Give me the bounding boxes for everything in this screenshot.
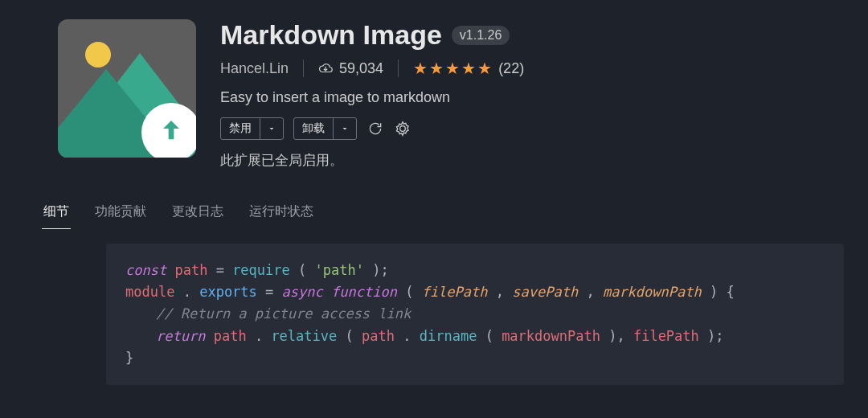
divider	[303, 59, 304, 77]
tab-runtime-status[interactable]: 运行时状态	[248, 199, 315, 229]
disable-button[interactable]: 禁用	[221, 118, 260, 139]
sync-icon	[367, 121, 383, 137]
tab-details[interactable]: 细节	[42, 199, 71, 229]
extension-description: Easy to insert a image to markdown	[220, 89, 524, 106]
uninstall-button-group: 卸载	[293, 117, 357, 140]
code-line: return path . relative ( path . dirname …	[125, 326, 825, 347]
install-count: 59,034	[318, 60, 383, 77]
extension-icon	[58, 19, 196, 158]
review-count: (22)	[498, 60, 524, 77]
disable-button-group: 禁用	[220, 117, 284, 140]
upload-badge-icon	[141, 103, 196, 158]
extension-title: Markdown Image	[220, 19, 442, 51]
code-line: }	[125, 347, 825, 369]
chevron-down-icon	[267, 124, 276, 133]
status-message: 此扩展已全局启用。	[220, 151, 524, 170]
tab-bar: 细节 功能贡献 更改日志 运行时状态	[42, 199, 868, 229]
star-rating-icon: ★★★★★	[413, 59, 493, 78]
tab-changelog[interactable]: 更改日志	[170, 199, 225, 229]
code-sample: const path = require ( 'path' ); module …	[106, 244, 844, 385]
install-count-value: 59,034	[339, 60, 383, 77]
disable-dropdown[interactable]	[260, 118, 283, 139]
publisher-name[interactable]: Hancel.Lin	[220, 60, 289, 77]
sync-button[interactable]	[366, 120, 384, 137]
rating-link[interactable]: ★★★★★ (22)	[413, 59, 524, 78]
chevron-down-icon	[340, 124, 350, 133]
gear-icon	[395, 121, 411, 137]
divider	[398, 59, 399, 77]
uninstall-dropdown[interactable]	[333, 118, 356, 139]
uninstall-button[interactable]: 卸载	[294, 118, 333, 139]
code-line: // Return a picture access link	[125, 303, 825, 325]
settings-button[interactable]	[394, 120, 411, 137]
code-line: module . exports = async function ( file…	[125, 281, 825, 303]
version-badge: v1.1.26	[452, 26, 510, 45]
cloud-download-icon	[318, 61, 333, 76]
code-line: const path = require ( 'path' );	[125, 260, 825, 281]
tab-contributions[interactable]: 功能贡献	[93, 199, 148, 229]
